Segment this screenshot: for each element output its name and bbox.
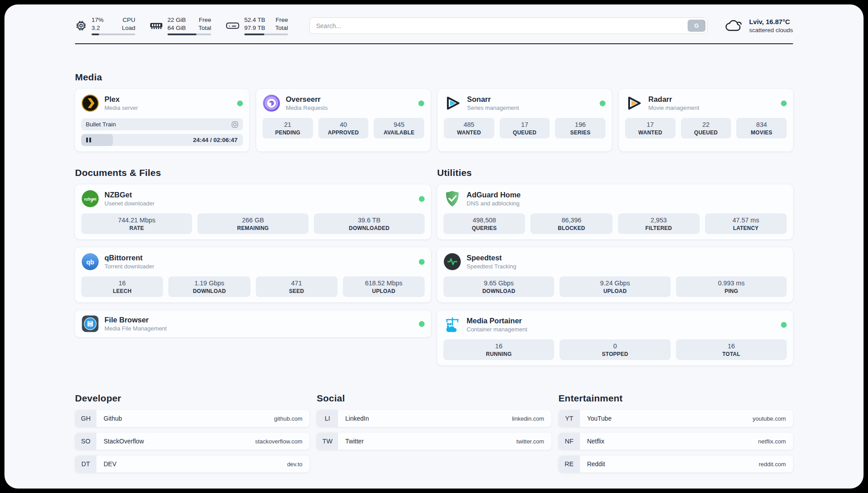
ram-free-label: Free (199, 16, 211, 24)
stat-downloaded: 39.6 TB DOWNLOADED (314, 213, 425, 234)
nzbget-icon: nzbget (81, 190, 99, 208)
cpu-usage-value: 17% (92, 16, 104, 24)
bookmark-youtube[interactable]: YT YouTube youtube.com (559, 410, 793, 427)
cpu-icon (75, 20, 87, 32)
app-card-adguard[interactable]: AdGuard Home DNS and adblocking 498,508 … (437, 184, 793, 239)
bookmark-reddit[interactable]: RE Reddit reddit.com (559, 455, 793, 472)
app-subtitle: Torrent downloader (104, 263, 154, 270)
header-divider (75, 43, 793, 44)
app-name: NZBGet (104, 191, 154, 200)
app-card-radarr[interactable]: Radarr Movie management 17 WANTED 22 QUE… (619, 89, 793, 151)
app-name: Radarr (648, 95, 699, 104)
status-dot (419, 196, 425, 202)
bookmark-dev[interactable]: DT DEV dev.to (75, 455, 309, 472)
disk-total-label: Total (275, 24, 288, 32)
speedtest-icon (443, 253, 461, 271)
cloud-icon (725, 18, 743, 33)
bookmark-url: youtube.com (753, 415, 793, 422)
top-bar: 17% CPU 3.2 Load (75, 16, 793, 35)
stat-blocked: 86,396 BLOCKED (530, 213, 612, 234)
status-dot (419, 259, 425, 265)
bookmark-name: Github (96, 415, 122, 422)
bookmark-url: dev.to (287, 461, 309, 468)
section-title-entertainment: Entertainment (559, 393, 793, 404)
bookmark-url: github.com (274, 415, 310, 422)
now-playing-row: Bullet Train (81, 118, 243, 130)
cpu-usage-label: CPU (122, 16, 135, 24)
weather-location-temp: Lviv, 16.87°C (749, 17, 793, 26)
ram-total-label: Total (198, 24, 211, 32)
status-dot (419, 321, 425, 327)
stat-approved: 40 APPROVED (318, 118, 369, 138)
bookmark-netflix[interactable]: NF Netflix netflix.com (559, 433, 793, 450)
stat-series: 196 SERIES (555, 118, 605, 138)
stat-pending: 21 PENDING (263, 118, 313, 138)
ram-progress-bar (167, 33, 211, 35)
stat-upload: 618.52 Mbps UPLOAD (343, 276, 425, 297)
stat-running: 16 RUNNING (443, 339, 554, 360)
now-playing-session-icon[interactable] (231, 121, 238, 128)
pause-icon[interactable] (86, 138, 91, 142)
playback-time: 24:44 / 02:06:47 (193, 137, 238, 143)
app-name: AdGuard Home (467, 191, 521, 200)
bookmark-url: twitter.com (517, 438, 551, 445)
bookmark-url: stackoverflow.com (255, 438, 309, 445)
status-dot (418, 100, 424, 106)
dashboard-page: 17% CPU 3.2 Load (4, 4, 864, 489)
bookmark-abbr: DT (75, 455, 96, 472)
search-input[interactable] (309, 17, 708, 34)
app-subtitle: Media File Management (104, 325, 167, 332)
bookmark-name: StackOverflow (96, 438, 144, 445)
status-dot (781, 100, 787, 106)
app-card-filebrowser[interactable]: File Browser Media File Management (75, 310, 431, 337)
stat-upload: 9.24 Gbps UPLOAD (559, 276, 670, 297)
stat-queries: 498,508 QUERIES (443, 213, 525, 234)
bookmark-twitter[interactable]: TW Twitter twitter.com (317, 433, 551, 450)
app-subtitle: Movie management (648, 104, 699, 111)
bookmark-linkedin[interactable]: LI LinkedIn linkedin.com (317, 410, 551, 427)
app-name: Media Portainer (467, 317, 527, 326)
app-card-plex[interactable]: Plex Media server Bullet Train (75, 89, 249, 151)
stat-queued: 22 QUEUED (681, 118, 731, 138)
weather-condition: scattered clouds (749, 26, 793, 34)
section-title-utilities: Utilities (437, 167, 793, 178)
bookmark-abbr: SO (75, 433, 96, 450)
cpu-stat-widget: 17% CPU 3.2 Load (75, 16, 135, 35)
section-title-developer: Developer (75, 393, 309, 404)
bookmark-name: Reddit (580, 460, 605, 468)
bookmark-github[interactable]: GH Github github.com (75, 410, 309, 427)
stat-rate: 744.21 Mbps RATE (81, 213, 192, 234)
search-engine-button[interactable]: G (688, 20, 705, 32)
bookmark-abbr: RE (559, 455, 580, 472)
app-name: Speedtest (467, 254, 516, 263)
app-name: Overseerr (286, 95, 328, 104)
app-card-sonarr[interactable]: Sonarr Series management 485 WANTED 17 Q… (438, 89, 612, 151)
radarr-icon (625, 94, 643, 112)
bookmark-abbr: NF (559, 433, 580, 450)
bookmark-name: YouTube (580, 415, 612, 422)
status-dot (781, 322, 787, 328)
bookmark-url: reddit.com (759, 461, 793, 468)
app-card-speedtest[interactable]: Speedtest Speedtest Tracking 9.65 Gbps D… (437, 247, 793, 302)
ram-stat-widget: 22 GiB Free 64 GiB Total (150, 16, 211, 35)
app-card-qbittorrent[interactable]: qb qBittorrent Torrent downloader 16 (75, 247, 431, 302)
stat-download: 1.19 Gbps DOWNLOAD (168, 276, 250, 297)
bookmark-name: Netflix (580, 438, 605, 445)
bookmark-name: LinkedIn (338, 415, 369, 422)
app-subtitle: Media Requests (286, 104, 328, 111)
bookmark-abbr: GH (75, 410, 96, 427)
bookmark-abbr: TW (317, 433, 338, 450)
section-title-documents: Documents & Files (75, 167, 431, 178)
stat-ping: 0.993 ms PING (676, 276, 787, 297)
stat-seed: 471 SEED (256, 276, 338, 297)
stat-queued: 17 QUEUED (500, 118, 550, 138)
app-card-portainer[interactable]: Media Portainer Container management 16 … (437, 310, 793, 365)
now-playing-title: Bullet Train (86, 121, 116, 128)
cpu-progress-bar (92, 33, 135, 35)
svg-text:qb: qb (86, 259, 94, 266)
bookmark-name: DEV (96, 460, 117, 468)
bookmark-stackoverflow[interactable]: SO StackOverflow stackoverflow.com (75, 433, 309, 450)
sonarr-icon (444, 94, 462, 112)
app-card-overseerr[interactable]: Overseerr Media Requests 21 PENDING 40 A… (256, 89, 430, 151)
app-card-nzbget[interactable]: nzbget NZBGet Usenet downloader 744.21 M… (75, 184, 431, 239)
